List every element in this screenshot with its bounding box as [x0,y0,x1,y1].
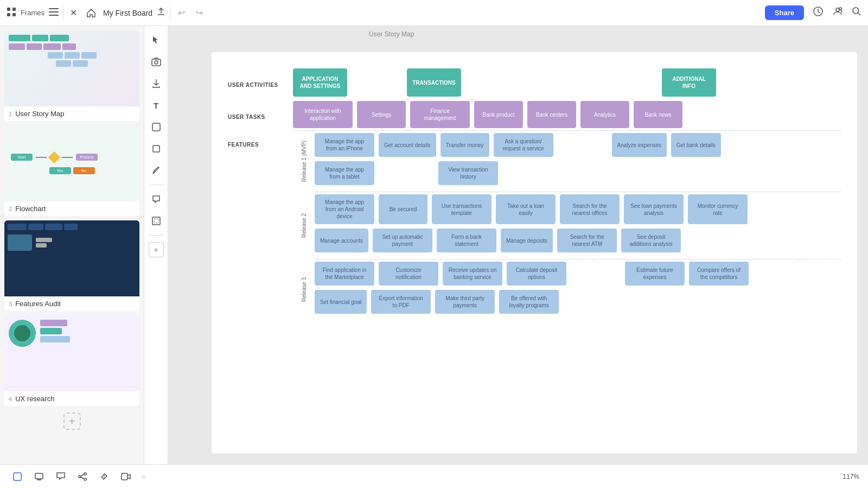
home-button[interactable] [84,5,99,21]
svg-rect-13 [152,123,160,131]
feature-card[interactable]: Find application in the Marketplace [315,262,374,286]
feature-card[interactable]: Get account details [379,133,436,157]
feature-card[interactable]: Analyze expenses [612,133,667,157]
frame-name-1: User Story Map [15,110,64,118]
feature-card[interactable]: Search for the nearest offices [560,194,620,224]
feature-card[interactable]: View transaction history [438,161,498,185]
feature-card[interactable]: Customize notification [379,262,438,286]
undo-button[interactable]: ↩ [175,5,188,20]
feature-card[interactable]: Manage deposits [501,229,553,252]
feature-card[interactable]: Be offered with loyalty programs [499,290,559,314]
present-icon[interactable] [813,6,824,20]
comment-tool[interactable] [146,189,166,209]
svg-rect-11 [152,59,161,66]
frame-tool[interactable] [146,211,166,231]
release-1-cards: Manage the app from an iPhone Get accoun… [315,133,841,189]
release-1-row-2: Manage the app from a tablet View transa… [315,161,841,185]
select-bottom-tool[interactable] [9,468,26,485]
feature-card[interactable]: Get bank details [671,133,721,157]
frame-item-1[interactable]: 1 User Story Map [4,30,139,121]
release-2-label-col: Release 2 [293,194,315,257]
feature-card[interactable]: Set financial goal [315,290,367,314]
feature-card[interactable]: Search for the nearest ATM [557,229,617,252]
activity-card-3[interactable]: ADDITIONAL INFO [662,68,716,97]
frame-thumb-4 [4,315,139,391]
collaborate-icon[interactable] [832,6,843,20]
task-card-3[interactable]: Finance management [410,101,470,128]
svg-point-9 [839,8,841,10]
frame-num-1: 1 [9,111,12,117]
task-card-7[interactable]: Bank news [634,101,682,128]
frames-panel: 1 User Story Map Start Process Yes No [0,26,144,464]
feature-card[interactable]: Compare offers of the competitors [689,262,749,286]
feature-card[interactable]: Manage accounts [315,229,368,252]
svg-rect-6 [49,15,59,16]
text-tool[interactable]: T [146,96,166,115]
camera-tool[interactable] [146,52,166,72]
svg-point-10 [853,8,859,14]
task-card-5[interactable]: Bank centers [527,101,576,128]
frame-item-3[interactable]: 3 Features Audit [4,220,139,311]
activity-card-1[interactable]: APPLICATION AND SETTINGS [293,68,347,97]
feature-card[interactable]: See loan payments analysis [624,194,684,224]
close-icon[interactable]: ✕ [70,8,77,18]
feature-card[interactable]: Receive updates on banking service [443,262,502,286]
svg-point-20 [79,476,81,478]
activity-card-2[interactable]: TRANSACTIONS [407,68,461,97]
frame-item-2[interactable]: Start Process Yes No 2 Flowchart [4,125,139,216]
cursor-tool[interactable] [146,30,166,50]
link-bottom-tool[interactable] [95,468,113,485]
canvas-area[interactable]: User Story Map USER ACTIVITIES APPLICATI… [168,26,868,464]
feature-card[interactable]: Be secured [379,194,427,224]
redo-button[interactable]: ↪ [193,5,206,20]
feature-card[interactable]: Estimate future expenses [625,262,685,286]
add-frame-button[interactable]: + [63,413,81,430]
feature-card[interactable]: Monitor currency rate [688,194,748,224]
note-tool[interactable] [146,117,166,137]
frame-item-4[interactable]: 4 UX research [4,315,139,406]
svg-rect-1 [12,8,16,11]
feature-card[interactable]: Take out a loan easily [496,194,556,224]
release-divider-2 [315,259,841,259]
feature-card[interactable]: Use transactions template [432,194,492,224]
user-tasks-label: USER TASKS [228,110,293,120]
task-card-4[interactable]: Bank product [474,101,523,128]
board-name: My First Board [103,9,152,17]
share-button[interactable]: Share [765,5,804,20]
task-card-2[interactable]: Settings [357,101,406,128]
video-bottom-tool[interactable] [117,468,135,485]
task-card-1[interactable]: Interaction with application [293,101,353,128]
feature-card[interactable]: Manage the app from a tablet [315,161,374,185]
release-3-section: Release 3 Find application in the Market… [293,262,841,318]
frame-thumb-2: Start Process Yes No [4,125,139,201]
topbar-left: Frames ✕ [7,7,77,20]
share-bottom-tool[interactable] [74,468,91,485]
present-bottom-tool[interactable] [30,468,48,485]
main-area: 1 User Story Map Start Process Yes No [0,26,868,464]
feature-card[interactable]: Set up automatic payment [373,229,432,252]
search-icon[interactable] [852,7,861,19]
add-tool-button[interactable]: + [149,242,164,257]
svg-rect-17 [14,473,21,480]
menu-icon[interactable] [49,8,59,18]
import-tool[interactable] [146,74,166,93]
feature-card[interactable]: Ask a question/ request a service [494,133,553,157]
svg-rect-16 [154,219,158,223]
feature-card[interactable]: Export information to PDF [371,290,431,314]
grid-icon[interactable] [7,7,16,19]
release-3-row-1: Find application in the Marketplace Cust… [315,262,841,286]
task-card-6[interactable]: Analytics [580,101,629,128]
feature-card[interactable]: See deposit additions analysis [621,229,681,252]
svg-point-21 [84,478,86,480]
comment-bottom-tool[interactable] [52,468,69,485]
feature-card[interactable]: Transfer money [441,133,489,157]
feature-card[interactable]: Make third party payments [435,290,495,314]
pen-tool[interactable] [146,161,166,180]
feature-card[interactable]: Calculate deposit options [507,262,566,286]
shape-tool[interactable] [146,139,166,159]
feature-card[interactable]: Form a bank statement [437,229,496,252]
feature-card[interactable]: Manage the app from an Android device [315,194,374,224]
ellipsis-icon[interactable]: « [141,472,146,481]
feature-card[interactable]: Manage the app from an iPhone [315,133,374,157]
upload-button[interactable] [157,8,165,18]
